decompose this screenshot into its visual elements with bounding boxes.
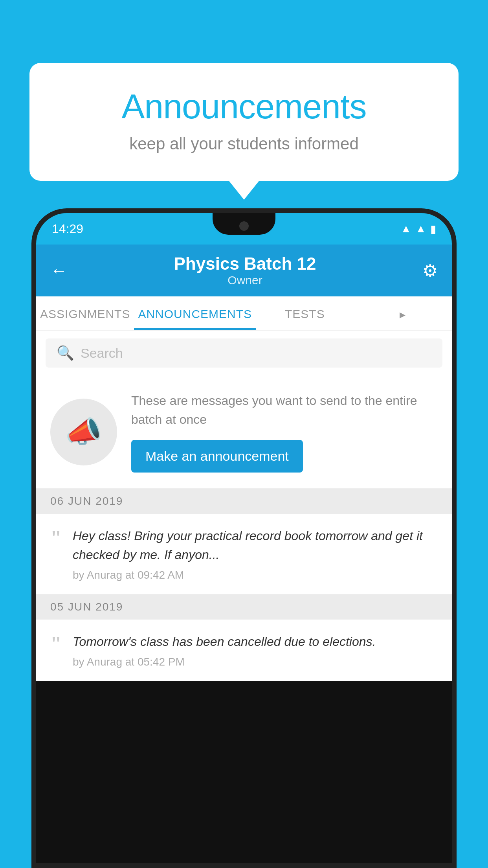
search-bar[interactable]: 🔍 Search [46,338,442,368]
announcement-text-block-1: Tomorrow's class has been cancelled due … [73,632,438,668]
announcement-prompt-content: These are messages you want to send to t… [131,391,438,473]
tab-more[interactable]: ▸ [354,296,452,330]
quote-icon-1: " [50,634,62,654]
header-title: Physics Batch 12 [174,254,316,274]
signal-icon: ▲ [415,223,426,235]
announcement-prompt-description: These are messages you want to send to t… [131,391,438,429]
tab-announcements[interactable]: ANNOUNCEMENTS [134,296,256,330]
date-divider-0: 06 JUN 2019 [36,489,452,514]
announcement-item-0[interactable]: " Hey class! Bring your practical record… [36,514,452,594]
announcement-meta-0: by Anurag at 09:42 AM [73,569,438,581]
announcement-meta-1: by Anurag at 05:42 PM [73,656,438,668]
search-icon: 🔍 [57,345,74,361]
announcement-text-block-0: Hey class! Bring your practical record b… [73,526,438,581]
phone-notch [213,213,275,235]
announcement-icon-circle: 📣 [50,399,117,465]
search-placeholder: Search [81,346,123,361]
quote-icon-0: " [50,528,62,548]
search-container: 🔍 Search [36,331,452,375]
megaphone-icon: 📣 [65,415,102,449]
date-divider-1: 05 JUN 2019 [36,594,452,620]
speech-bubble: Announcements keep all your students inf… [29,63,459,181]
tab-assignments[interactable]: ASSIGNMENTS [36,296,134,330]
status-time: 14:29 [52,222,83,236]
header-title-block: Physics Batch 12 Owner [174,254,316,287]
speech-bubble-subtitle: keep all your students informed [61,134,427,153]
speech-bubble-title: Announcements [61,86,427,127]
gear-icon[interactable]: ⚙ [422,261,438,281]
phone-frame: 14:29 ▲ ▲ ▮ ← Physics Batch 12 Owner ⚙ A… [31,208,457,868]
battery-icon: ▮ [430,223,436,235]
tab-tests[interactable]: TESTS [256,296,354,330]
camera-dot [239,221,249,231]
tabs-bar: ASSIGNMENTS ANNOUNCEMENTS TESTS ▸ [36,296,452,331]
header-subtitle: Owner [174,274,316,287]
make-announcement-button[interactable]: Make an announcement [131,440,303,473]
status-icons: ▲ ▲ ▮ [401,223,436,235]
announcement-text-0: Hey class! Bring your practical record b… [73,526,438,564]
announcement-text-1: Tomorrow's class has been cancelled due … [73,632,438,651]
announcement-item-1[interactable]: " Tomorrow's class has been cancelled du… [36,620,452,681]
announcement-prompt: 📣 These are messages you want to send to… [36,375,452,489]
app-header: ← Physics Batch 12 Owner ⚙ [36,245,452,296]
wifi-icon: ▲ [401,223,412,235]
status-bar: 14:29 ▲ ▲ ▮ [36,213,452,245]
speech-bubble-container: Announcements keep all your students inf… [29,63,459,181]
back-button[interactable]: ← [50,261,68,280]
